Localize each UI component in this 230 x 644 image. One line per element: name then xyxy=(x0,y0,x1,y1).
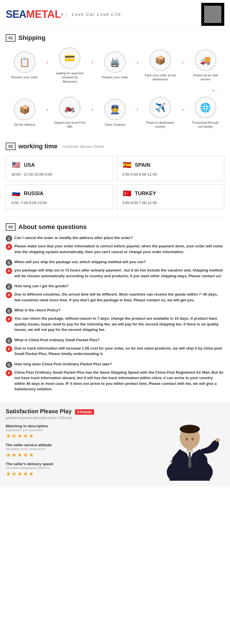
hours-spain: 2:00-5:00 6:00-11:00 xyxy=(122,172,219,176)
working-section-sub: Customer Service Online xyxy=(63,144,104,149)
shipping-section-num: 01 xyxy=(6,34,16,42)
a-badge-2: A xyxy=(6,292,12,298)
q-text-1: When will you ship the package out, whic… xyxy=(14,259,146,265)
stars-service: ★ ★ ★ ★ ★ xyxy=(6,451,155,458)
qa-answer-5: AChina Post Oridinary Small Packet Plus … xyxy=(6,370,224,392)
pickup-label: Picked up by mail service xyxy=(190,73,221,82)
arrow-6: ‹ xyxy=(91,106,93,112)
flag-russia: 🇷🇺 xyxy=(11,189,21,198)
stars-delivery: ★ ★ ★ ★ ★ xyxy=(6,470,155,477)
brand-sea: SEA xyxy=(6,8,26,20)
steps-row-1: 📋 Receive your order › 💳 waiting for pay… xyxy=(6,44,224,86)
hours-usa: 18:00 - 21:00 22:00-3:00 xyxy=(11,172,108,176)
qa-item-2: QHow long can I get the goods?ADue to di… xyxy=(6,283,224,303)
qa-item-0: QCan I cancel the order or modify the ad… xyxy=(6,235,224,255)
arrow-8: ‹ xyxy=(182,106,184,112)
prepare-icon: 🖨️ xyxy=(110,57,120,67)
arrow-down: ⌄ xyxy=(6,86,224,94)
brand-divider: | xyxy=(66,11,67,18)
step-pack: 📦 Pack your order at out warehouse xyxy=(144,49,176,82)
qa-container: QCan I cancel the order or modify the ad… xyxy=(0,234,230,402)
rating-service-sub: продавец услуг отношения xyxy=(6,447,155,451)
man-figure xyxy=(155,408,224,481)
qa-section-num: 03 xyxy=(6,223,16,231)
arrow-1: › xyxy=(46,59,48,65)
hours-turkey: 3:00-6:00 7:00-12:00 xyxy=(122,201,219,205)
rating-description-sub: подщащие для описания xyxy=(6,428,155,432)
qa-question-4: QWhat is China Post ordinary Small Packe… xyxy=(6,337,224,344)
prepare-label: Prepare your order xyxy=(102,75,128,79)
qa-question-2: QHow long can I get the goods? xyxy=(6,283,224,290)
qa-item-1: QWhen will you ship the package out, whi… xyxy=(6,259,224,279)
satisfaction-points-badge: 5 Points xyxy=(75,409,94,415)
step-customs: 👮 Clear Customs xyxy=(99,99,131,127)
q-text-4: What is China Post ordinary Small Packet… xyxy=(14,337,99,343)
step-payment: 💳 waiting for payment released by Aliexp… xyxy=(54,47,86,84)
q-badge-2: Q xyxy=(6,284,12,290)
step-circle-receive: 📋 xyxy=(14,51,35,73)
qa-section-title: About some questions xyxy=(18,223,87,231)
country-name-spain: SPAIN xyxy=(135,162,150,168)
receive-icon: 📋 xyxy=(19,57,30,67)
sort-label: Processed through sort facility xyxy=(190,121,221,129)
steps-row-2: 📦 Out for delivery ‹ 🏍️ Depart your loca… xyxy=(6,94,224,132)
step-circle-payment: 💳 xyxy=(59,47,80,69)
qa-answer-4: ADue to track information will increase … xyxy=(6,346,224,357)
qa-item-5: QHow long does China Post Oridinary Pack… xyxy=(6,361,224,392)
time-card-spain: 🇪🇸 SPAIN 2:00-5:00 6:00-11:00 xyxy=(117,156,224,181)
arrow-5: ‹ xyxy=(46,106,48,112)
step-circle-pickup: 🚚 xyxy=(195,49,216,71)
step-circle-prepare: 🖨️ xyxy=(104,51,126,73)
a-text-0: Please make sure that your order informa… xyxy=(14,243,224,255)
step-circle-delivery: 📦 xyxy=(14,99,35,120)
stars-description: ★ ★ ★ ★ ★ xyxy=(6,432,155,439)
arrow-7: ‹ xyxy=(137,106,139,112)
country-usa: 🇺🇸 USA xyxy=(11,160,108,170)
time-card-turkey: 🇹🇷 TURKEY 3:00-6:00 7:00-12:00 xyxy=(117,184,224,209)
qa-item-4: QWhat is China Post ordinary Small Packe… xyxy=(6,337,224,357)
country-name-turkey: TURKEY xyxy=(135,191,156,197)
step-circle-sort: 🌐 xyxy=(195,97,216,118)
working-section-num: 02 xyxy=(6,143,16,150)
rating-service-label: The seller service attitude xyxy=(6,443,155,447)
a-badge-1: A xyxy=(6,268,12,274)
country-spain: 🇪🇸 SPAIN xyxy=(122,160,219,170)
a-text-3: You can return the package, without reas… xyxy=(14,316,224,333)
step-receive: 📋 Receive your order xyxy=(9,51,40,79)
rating-description-label: Matching to description xyxy=(6,424,155,428)
payment-label: waiting for payment released by Aliexpre… xyxy=(54,71,86,84)
sort-icon: 🌐 xyxy=(200,102,211,112)
q-badge-0: Q xyxy=(6,235,12,242)
step-circle-pack: 📦 xyxy=(150,49,171,71)
brand-slogan: Love Car Love Life xyxy=(72,12,121,17)
svg-point-3 xyxy=(180,425,200,433)
qa-question-3: QWhat is the return Policy? xyxy=(6,307,224,314)
shipping-section-title: Shipping xyxy=(18,34,45,42)
shipping-section-header: 01 Shipping xyxy=(0,29,230,44)
q-badge-4: Q xyxy=(6,337,12,344)
a-text-2: Due to different countries, the arrival … xyxy=(14,292,224,303)
q-badge-5: Q xyxy=(6,362,12,368)
brand-reg: ® xyxy=(61,13,63,16)
qa-answer-1: Ayou package will ship out in 72 hours a… xyxy=(6,267,224,279)
qa-answer-2: ADue to different countries, the arrival… xyxy=(6,292,224,303)
satisfaction-sub: удовлетворение просьба играть 5 баллов xyxy=(6,416,155,420)
step-circle-depart: 🏍️ xyxy=(59,97,80,118)
flag-usa: 🇺🇸 xyxy=(11,160,21,170)
divider-1 xyxy=(6,136,224,136)
pack-icon: 📦 xyxy=(155,55,166,65)
satisfaction-title-row: Satisfaction Please Play 5 Points xyxy=(6,408,155,415)
flown-label: Flown to destination country xyxy=(144,121,176,129)
svg-point-6 xyxy=(215,438,220,442)
working-section-header: 02 working time Customer Service Online xyxy=(0,137,230,153)
a-badge-4: A xyxy=(6,346,12,352)
qa-answer-3: AYou can return the package, without rea… xyxy=(6,316,224,333)
depart-label: Depart your local Post offic xyxy=(54,121,86,129)
a-badge-5: A xyxy=(6,370,12,376)
qa-answer-0: APlease make sure that your order inform… xyxy=(6,243,224,255)
divider-2 xyxy=(6,216,224,217)
rating-service: The seller service attitude продавец усл… xyxy=(6,443,155,458)
flown-icon: ✈️ xyxy=(155,102,166,112)
country-name-russia: RUSSIA xyxy=(24,191,43,197)
working-container: 🇺🇸 USA 18:00 - 21:00 22:00-3:00 🇪🇸 SPAIN… xyxy=(0,153,230,215)
